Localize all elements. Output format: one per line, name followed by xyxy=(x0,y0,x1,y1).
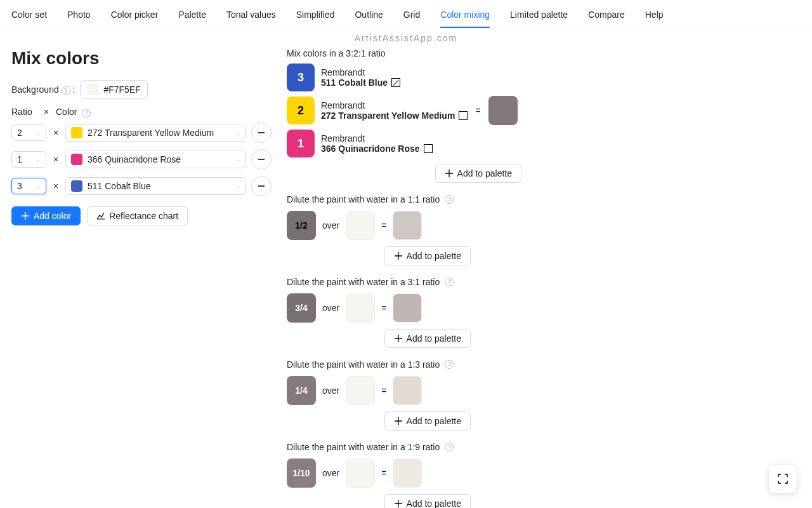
dilution-title: Dilute the paint with water in a 1:9 rat… xyxy=(287,442,440,452)
tab-limited-palette[interactable]: Limited palette xyxy=(510,2,568,27)
dilution-title: Dilute the paint with water in a 1:1 rat… xyxy=(287,194,440,204)
chevron-down-icon: ⌄ xyxy=(36,156,41,163)
help-icon[interactable]: ? xyxy=(445,360,454,369)
minus-icon xyxy=(257,182,266,190)
help-icon[interactable]: ? xyxy=(445,277,454,286)
minus-icon xyxy=(257,155,266,164)
add-to-palette-button[interactable]: Add to palette xyxy=(384,246,471,265)
page-title: Mix colors xyxy=(11,48,272,69)
dilution-title: Dilute the paint with water in a 3:1 rat… xyxy=(287,277,440,287)
background-swatch xyxy=(346,293,375,323)
background-label: Background ? : xyxy=(11,84,75,95)
remove-color-button[interactable] xyxy=(251,149,272,170)
plus-icon xyxy=(21,211,30,220)
color-select[interactable]: 272 Transparent Yellow Medium ⌄ xyxy=(65,124,246,142)
color-name: 366 Quinacridone Rose xyxy=(321,144,420,154)
tab-color-picker[interactable]: Color picker xyxy=(111,2,159,27)
add-to-palette-button[interactable]: Add to palette xyxy=(384,329,471,348)
brand-label: Rembrandt xyxy=(321,133,433,144)
reflectance-button[interactable]: Reflectance chart xyxy=(87,206,188,225)
opacity-icon xyxy=(391,78,400,87)
add-color-button[interactable]: Add color xyxy=(11,206,81,225)
background-swatch xyxy=(346,376,375,405)
tab-palette[interactable]: Palette xyxy=(178,2,206,27)
plus-icon xyxy=(394,334,403,343)
chart-icon xyxy=(96,211,105,220)
dilution-result-swatch xyxy=(393,293,422,323)
brand-label: ArtistAssistApp.com xyxy=(0,29,812,43)
help-icon[interactable]: ? xyxy=(445,195,454,204)
help-icon[interactable]: ? xyxy=(62,86,70,95)
tab-photo[interactable]: Photo xyxy=(67,2,91,27)
color-select[interactable]: 511 Cobalt Blue ⌄ xyxy=(65,177,246,195)
mix-title: Mix colors in a 3:2:1 ratio xyxy=(287,48,801,58)
color-name: 511 Cobalt Blue xyxy=(321,77,388,88)
plus-icon xyxy=(445,169,454,178)
times-label: × xyxy=(51,128,60,138)
plus-icon xyxy=(394,251,403,260)
dilution-result-swatch xyxy=(393,211,422,240)
equals-label: = xyxy=(381,303,386,313)
expand-icon xyxy=(777,473,789,485)
tab-color-mixing[interactable]: Color mixing xyxy=(440,2,490,27)
background-swatch xyxy=(87,84,98,95)
ratio-badge: 3 xyxy=(287,64,315,91)
over-label: over xyxy=(322,303,339,313)
remove-color-button[interactable] xyxy=(251,176,272,196)
fraction-swatch: 1/10 xyxy=(287,458,316,488)
help-icon[interactable]: ? xyxy=(445,443,454,451)
tab-help[interactable]: Help xyxy=(645,2,664,27)
add-to-palette-button[interactable]: Add to palette xyxy=(435,164,521,183)
tab-outline[interactable]: Outline xyxy=(355,2,383,27)
background-hex: #F7F5EF xyxy=(103,84,140,95)
results-panel: Mix colors in a 3:2:1 ratio 3 Rembrandt … xyxy=(287,48,801,508)
ratio-header: Ratio xyxy=(11,107,37,117)
mix-result-swatch xyxy=(488,96,518,125)
chevron-down-icon: ⌄ xyxy=(235,156,240,163)
dilution-result-swatch xyxy=(393,376,422,405)
plus-icon xyxy=(394,499,403,508)
opacity-icon xyxy=(424,144,433,153)
ratio-badge: 2 xyxy=(287,97,315,124)
dilution-result-swatch xyxy=(393,458,422,488)
add-to-palette-button[interactable]: Add to palette xyxy=(384,411,471,431)
color-select[interactable]: 366 Quinacridone Rose ⌄ xyxy=(65,150,246,168)
tab-grid[interactable]: Grid xyxy=(403,2,420,27)
equals-label: = xyxy=(381,385,386,396)
tab-tonal-values[interactable]: Tonal values xyxy=(226,2,276,27)
color-header: Color ? xyxy=(56,107,91,117)
chevron-down-icon: ⌄ xyxy=(235,182,240,189)
chevron-down-icon: ⌄ xyxy=(36,129,41,136)
over-label: over xyxy=(322,468,339,478)
color-swatch xyxy=(71,154,82,165)
over-label: over xyxy=(322,385,339,396)
controls-panel: Mix colors Background ? : #F7F5EF Ratio … xyxy=(11,48,272,508)
remove-color-button[interactable] xyxy=(251,123,272,143)
tab-simplified[interactable]: Simplified xyxy=(296,2,335,27)
ratio-select[interactable]: 1⌄ xyxy=(11,151,46,168)
ratio-badge: 1 xyxy=(287,130,315,157)
color-swatch xyxy=(71,127,82,138)
brand-label: Rembrandt xyxy=(321,100,468,110)
dilution-title: Dilute the paint with water in a 1:3 rat… xyxy=(287,359,440,370)
tab-color-set[interactable]: Color set xyxy=(11,2,47,27)
over-label: over xyxy=(322,220,339,231)
equals-label: = xyxy=(381,468,386,478)
opacity-icon xyxy=(459,111,468,120)
fraction-swatch: 3/4 xyxy=(287,293,316,323)
ratio-select[interactable]: 3⌄ xyxy=(11,178,46,194)
tab-compare[interactable]: Compare xyxy=(588,2,625,27)
add-to-palette-button[interactable]: Add to palette xyxy=(384,494,471,508)
mix-color-info: Rembrandt 366 Quinacridone Rose xyxy=(321,133,433,154)
background-input[interactable]: #F7F5EF xyxy=(80,80,147,99)
help-icon[interactable]: ? xyxy=(82,109,91,117)
chevron-down-icon: ⌄ xyxy=(36,182,41,189)
ratio-select[interactable]: 2⌄ xyxy=(11,124,46,141)
background-swatch xyxy=(346,458,375,488)
minus-icon xyxy=(257,128,266,137)
mix-color-info: Rembrandt 272 Transparent Yellow Medium xyxy=(321,100,468,121)
fullscreen-button[interactable] xyxy=(769,465,797,493)
times-label: × xyxy=(51,154,60,164)
mix-color-info: Rembrandt 511 Cobalt Blue xyxy=(321,67,400,88)
color-name: 272 Transparent Yellow Medium xyxy=(321,110,455,121)
